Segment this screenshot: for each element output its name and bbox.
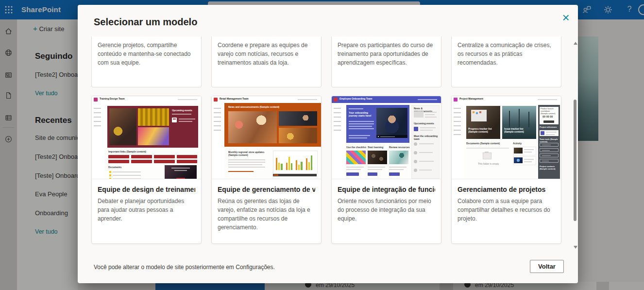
- docs-photo-card: [165, 165, 197, 179]
- template-description: Prepare os participantes do curso de tre…: [338, 42, 433, 66]
- hero-photo-2: [279, 111, 317, 126]
- template-description: Colabore com a sua equipe para compartil…: [458, 197, 555, 223]
- hero-panel: Upcoming events: [107, 106, 198, 148]
- template-thumbnail: Employee Onboarding Team Your onboarding…: [332, 96, 441, 179]
- select-template-dialog: Selecionar um modelo × Gerencie projetos…: [78, 5, 578, 283]
- site-logo: [454, 98, 458, 102]
- thumb-events-title: Upcoming events: [414, 122, 441, 125]
- right-rail-panel: News & announcements Upcoming events Mee…: [411, 105, 440, 179]
- activity-card-2: [513, 156, 536, 165]
- template-description: Centralize a comunicação de crises, os r…: [458, 42, 551, 66]
- template-card-partial-4[interactable]: Centralize a comunicação de crises, os r…: [451, 36, 561, 87]
- dialog-title: Selecionar um modelo: [94, 17, 197, 28]
- site-logo: [94, 98, 98, 102]
- template-card-training-design-team[interactable]: Training Design Team Upcoming events Imp…: [91, 96, 202, 244]
- hero-panel: News and announcements (Sample content): [224, 103, 321, 147]
- template-card-project-management[interactable]: Project Management Progress tracker list…: [451, 96, 561, 244]
- hero-photo-2: [138, 108, 169, 126]
- scrollbar-up-arrow[interactable]: [574, 40, 577, 45]
- template-card-retail-management-team[interactable]: Retail Management Team News and announce…: [211, 96, 322, 244]
- thumb-events-title: Upcoming events: [172, 109, 201, 112]
- hero-photo-1: [228, 111, 277, 143]
- empty-folder-illustration: [483, 153, 491, 159]
- activity-card-1: [513, 147, 536, 155]
- thumb-caption-1: Progress tracker list (Sample content): [468, 127, 497, 134]
- template-title: Gerenciamento de projetos: [458, 186, 555, 193]
- hero-photo-3: [138, 127, 169, 145]
- back-button[interactable]: Voltar: [530, 260, 564, 273]
- col2-image: [368, 151, 387, 164]
- hero-video: [376, 108, 407, 138]
- template-description: Debater e planejar oportunidades para aj…: [98, 197, 195, 223]
- template-title: Equipe de design de treinamento: [98, 186, 195, 193]
- template-thumbnail: Retail Management Team News and announce…: [212, 96, 321, 179]
- thumb-tools-title: Team tools (Sample content): [540, 138, 561, 143]
- sharepoint-template-picker-screen: { "icons": {"close": "×", "help": "?"}, …: [0, 0, 644, 290]
- calendar-icon: [414, 127, 418, 131]
- thumb-milestones-title: Project milestones: [540, 126, 561, 128]
- site-logo: [214, 98, 218, 102]
- thumb-hero-title: News and announcements (Sample content): [228, 105, 321, 108]
- thumb-countdown-value: 00 00 00: [542, 115, 561, 119]
- countdown-card: Product launch countdown (Sample content…: [540, 107, 559, 124]
- tracker-photo-1: Progress tracker list (Sample content): [466, 106, 500, 139]
- template-description: Reúna os gerentes das lojas de varejo, e…: [218, 197, 315, 232]
- thumb-bar-chart: [273, 151, 318, 174]
- bar-chart-bars: [276, 154, 315, 170]
- template-description: Coordene e prepare as equipes de varejo …: [218, 42, 307, 66]
- project-side-panel: Product launch countdown (Sample content…: [538, 105, 560, 179]
- thumb-caption-2: Issue tracker list (Sample content): [504, 127, 533, 134]
- hero-photo-3: [279, 128, 317, 143]
- site-logo: [334, 98, 338, 102]
- template-description: Gerencie projetos, compartilhe conteúdo …: [98, 42, 190, 66]
- footer-note: Você pode alterar o modelo de site poste…: [94, 264, 275, 271]
- template-title: Equipe de gerenciamento de var...: [218, 186, 315, 193]
- thumb-links-label: Important links (Sample content): [108, 150, 201, 153]
- tracker-photo-2: Issue tracker list (Sample content): [502, 106, 536, 139]
- thumb-countdown-title: Product launch countdown (Sample content…: [541, 107, 558, 115]
- hero-photo-1: [109, 108, 136, 145]
- template-card-partial-3[interactable]: Prepare os participantes do curso de tre…: [331, 36, 441, 87]
- template-card-partial-1[interactable]: Gerencie projetos, compartilhe conteúdo …: [91, 36, 202, 87]
- hero-panel: Your onboarding journey starts here!: [346, 105, 409, 143]
- media-strip: [273, 174, 317, 176]
- template-title: Equipe de integração de funcion...: [338, 186, 435, 193]
- thumb-hero-title: Your onboarding journey starts here!: [349, 111, 375, 118]
- template-thumbnail: Training Design Team Upcoming events Imp…: [92, 96, 201, 179]
- col3-image: [389, 151, 408, 164]
- template-card-partial-2[interactable]: Coordene e prepare as equipes de varejo …: [211, 36, 322, 87]
- close-icon[interactable]: ×: [559, 11, 573, 25]
- col1-image: [346, 151, 366, 164]
- scrollbar-thumb[interactable]: [574, 100, 576, 221]
- template-thumbnail: Project Management Progress tracker list…: [452, 96, 561, 179]
- template-card-employee-onboarding-team[interactable]: Employee Onboarding Team Your onboarding…: [331, 96, 441, 244]
- thumb-team-title: Meet the onboarding team: [414, 135, 438, 141]
- thumb-section-title: Monthly regional store updates (Sample c…: [228, 151, 270, 157]
- template-description: Oriente novos funcionários por meio do p…: [338, 197, 435, 223]
- calendar-icon: [172, 118, 177, 122]
- thumb-contacts-title: Project contacts (Sample content): [540, 165, 557, 170]
- scrollbar-down-arrow[interactable]: [574, 246, 577, 251]
